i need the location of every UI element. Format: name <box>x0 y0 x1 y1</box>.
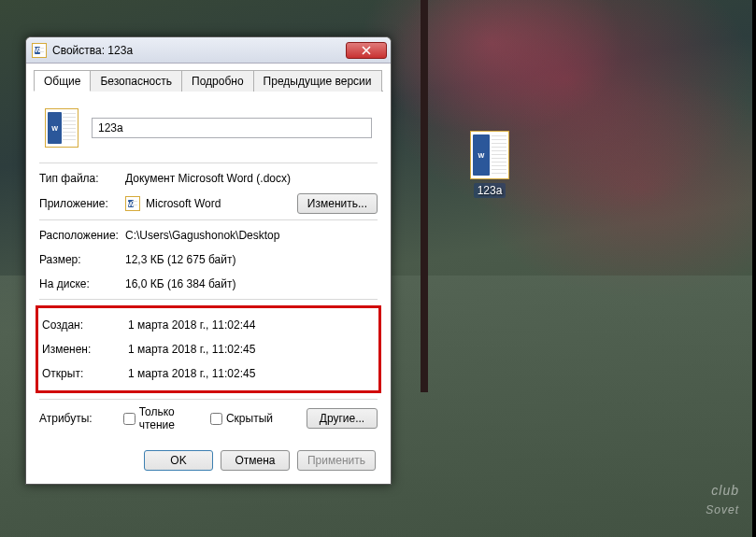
dialog-title: Свойства: 123a <box>52 44 346 57</box>
hidden-checkbox-wrap[interactable]: Скрытый <box>210 412 273 425</box>
created-label: Создан: <box>42 318 128 332</box>
size-value: 12,3 КБ (12 675 байт) <box>125 253 378 266</box>
advanced-attributes-button[interactable]: Другие... <box>307 408 378 429</box>
readonly-checkbox[interactable] <box>123 413 136 425</box>
properties-dialog: Свойства: 123a Общие Безопасность Подроб… <box>25 36 392 485</box>
hidden-label: Скрытый <box>226 412 273 425</box>
divider <box>39 299 378 300</box>
opens-with-row: Приложение: Microsoft Word Изменить... <box>39 193 378 214</box>
apply-button[interactable]: Применить <box>297 450 376 471</box>
accessed-label: Открыт: <box>42 367 128 380</box>
tab-previous-versions[interactable]: Предыдущие версии <box>253 70 382 92</box>
created-row: Создан: 1 марта 2018 г., 11:02:44 <box>42 316 375 334</box>
change-app-button[interactable]: Изменить... <box>297 193 378 214</box>
dialog-body: Общие Безопасность Подробно Предыдущие в… <box>26 64 391 484</box>
divider <box>39 163 378 163</box>
created-value: 1 марта 2018 г., 11:02:44 <box>128 318 375 332</box>
file-type-label: Тип файла: <box>39 172 125 185</box>
app-label: Приложение: <box>39 197 125 210</box>
close-icon <box>362 46 371 55</box>
file-header <box>39 103 378 157</box>
right-margin <box>752 0 756 537</box>
tab-security[interactable]: Безопасность <box>90 70 182 92</box>
location-label: Расположение: <box>39 229 125 242</box>
disk-label: На диске: <box>39 277 125 290</box>
size-label: Размер: <box>39 253 125 266</box>
readonly-label: Только чтение <box>139 405 193 431</box>
disk-value: 16,0 КБ (16 384 байт) <box>125 277 378 290</box>
desktop-file-icon[interactable]: 123a <box>457 131 522 198</box>
modified-row: Изменен: 1 марта 2018 г., 11:02:45 <box>42 340 375 359</box>
size-row: Размер: 12,3 КБ (12 675 байт) <box>39 250 378 269</box>
divider <box>39 219 378 220</box>
titlebar-word-icon <box>32 43 47 58</box>
watermark-small: club <box>706 483 739 498</box>
cancel-button[interactable]: Отмена <box>221 450 290 471</box>
close-button[interactable] <box>346 42 387 59</box>
general-panel: Тип файла: Документ Microsoft Word (.doc… <box>34 99 383 441</box>
accessed-row: Открыт: 1 марта 2018 г., 11:02:45 <box>42 364 375 383</box>
watermark: club Sovet <box>706 483 739 520</box>
dates-highlight: Создан: 1 марта 2018 г., 11:02:44 Измене… <box>36 305 381 393</box>
tab-details[interactable]: Подробно <box>181 70 254 92</box>
location-value: C:\Users\Gagushonok\Desktop <box>125 229 378 242</box>
attributes-row: Атрибуты: Только чтение Скрытый Другие..… <box>39 405 378 431</box>
attributes-label: Атрибуты: <box>39 412 107 425</box>
size-on-disk-row: На диске: 16,0 КБ (16 384 байт) <box>39 275 378 293</box>
modified-label: Изменен: <box>42 343 128 356</box>
desktop-file-label: 123a <box>474 183 506 198</box>
dialog-button-bar: OK Отмена Применить <box>34 441 383 474</box>
readonly-checkbox-wrap[interactable]: Только чтение <box>123 405 193 431</box>
watermark-main: Sovet <box>706 503 739 516</box>
dialog-titlebar[interactable]: Свойства: 123a <box>26 37 391 64</box>
filename-input[interactable] <box>92 118 372 138</box>
word-doc-icon <box>470 131 509 179</box>
file-type-row: Тип файла: Документ Microsoft Word (.doc… <box>39 169 378 188</box>
accessed-value: 1 марта 2018 г., 11:02:45 <box>128 367 375 380</box>
app-word-icon <box>125 196 140 211</box>
ok-button[interactable]: OK <box>144 450 213 471</box>
divider <box>39 399 378 400</box>
tab-general[interactable]: Общие <box>34 70 91 92</box>
modified-value: 1 марта 2018 г., 11:02:45 <box>128 343 375 356</box>
hidden-checkbox[interactable] <box>210 413 222 425</box>
file-type-icon <box>45 108 78 148</box>
wallpaper-tree <box>421 0 428 392</box>
location-row: Расположение: C:\Users\Gagushonok\Deskto… <box>39 226 378 245</box>
app-value: Microsoft Word <box>146 197 297 210</box>
file-type-value: Документ Microsoft Word (.docx) <box>125 172 378 185</box>
tabs-bar: Общие Безопасность Подробно Предыдущие в… <box>34 69 383 92</box>
